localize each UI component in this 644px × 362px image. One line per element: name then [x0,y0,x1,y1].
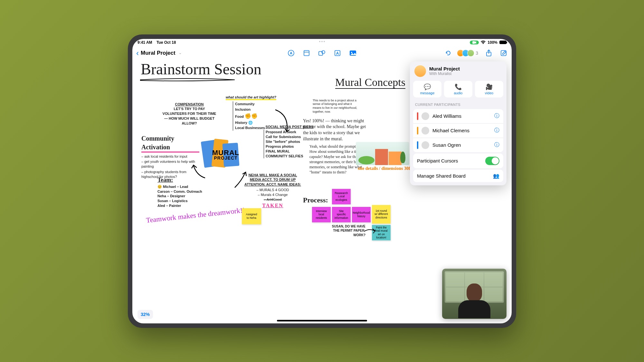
color-indicator [417,141,418,149]
info-icon[interactable]: ⓘ [494,142,499,148]
sticky-round1[interactable]: 1st round w/ different directions [372,205,391,224]
toolbar-right: 3 [444,49,508,57]
manage-row-container: Manage Shared Board 👥 [413,170,503,182]
participants-list: Aled Williams ⓘ Michael Clemens ⓘ Susan … [413,109,503,152]
sticky-neighborhood[interactable]: Neighborhood history [352,207,371,222]
phone-icon: 📞 [445,83,471,90]
popover-title: Mural Project [429,66,460,71]
svg-point-6 [322,51,325,54]
facetime-pill[interactable] [470,41,479,44]
site-sketch-image [356,142,409,165]
avatar-count: 3 [476,51,478,56]
sticky-assigned[interactable]: Assigned to Neha [242,208,261,224]
yes-note: Yes! 100%! — thinking we might partner w… [303,118,367,143]
compensation-note: COMPENSATION LET'S TRY TO PAY VOLUNTEERS… [161,102,217,126]
toolbar: ‹ Mural Project ⌄ A A 3 [132,46,512,60]
arrow-icon [363,226,376,236]
sticky-sitespecific[interactable]: Site specific information [332,207,351,222]
team-note: Team: 😊 Michael – Lead Carson – Comm. Ou… [157,176,219,209]
message-button[interactable]: 💬message [413,81,441,97]
participant-cursors-row[interactable]: Participant Cursors [413,153,503,168]
media-tool-icon[interactable] [349,49,357,57]
color-indicator [417,112,418,120]
wifi-icon [481,41,486,44]
cursors-toggle-row: Participant Cursors [413,153,503,168]
shape-tool-icon[interactable] [318,49,326,57]
arrow-icon [190,163,208,181]
toolbar-tools: A A [287,49,357,57]
message-icon: 💬 [414,83,440,90]
svg-rect-12 [501,51,506,56]
sticky-research[interactable]: Reasearch Local ecologies [332,189,351,204]
svg-rect-0 [472,41,475,44]
text-tool-icon[interactable]: A [333,49,342,57]
title-chevron-icon[interactable]: ⌄ [179,51,182,55]
svg-text:A: A [290,51,292,55]
zoom-indicator[interactable]: 32% [137,310,153,319]
sticky-interview[interactable]: Interview local residents [312,207,331,222]
status-left: 9:41 AM Tue Oct 18 [137,40,470,45]
video-icon: 🎥 [476,83,502,90]
battery-icon [499,41,507,44]
toolbar-left: ‹ Mural Project ⌄ [136,49,182,58]
info-icon[interactable]: ⓘ [494,127,499,134]
status-date: Tue Oct 18 [156,40,176,45]
participant-row[interactable]: Aled Williams ⓘ [413,109,503,124]
cursors-toggle[interactable] [485,157,499,165]
avatar-icon [421,112,429,120]
group-avatar-icon [414,65,426,77]
back-button[interactable]: ‹ [136,49,139,58]
neha-note: NEHA WILL MAKE A SOCIAL MEDIA ACCT. TO D… [244,173,302,209]
facetime-pip[interactable] [442,269,507,319]
participant-row[interactable]: Susan Ogren ⓘ [413,138,503,152]
arrow-icon [232,171,248,190]
video-button[interactable]: 🎥video [475,81,503,97]
process-label: Process: [303,195,328,205]
participant-row[interactable]: Michael Clemens ⓘ [413,124,503,138]
multitask-indicator[interactable] [319,41,325,42]
status-right: 100% [470,40,507,45]
avatar-icon [421,141,429,149]
battery-pct: 100% [488,40,497,45]
svg-point-10 [351,52,352,53]
svg-rect-3 [304,51,309,56]
color-indicator [417,127,418,135]
collaborators-button[interactable]: 3 [459,50,478,57]
collaborate-icon: 👥 [493,173,499,179]
popover-subtitle: With Muralist [429,71,460,76]
compose-icon[interactable] [499,49,508,57]
popover-header: Mural Project With Muralist [410,61,507,81]
pip-person [457,283,492,319]
avatar-icon [467,50,474,57]
status-time: 9:41 AM [137,40,152,45]
screen: 9:41 AM Tue Oct 18 100% ‹ Mural Project … [132,39,512,323]
participants-label: CURRENT PARTICIPANTS [410,101,507,108]
popover-actions: 💬message 📞audio 🎥video [410,81,507,101]
audio-button[interactable]: 📞audio [444,81,472,97]
sticky-tool-icon[interactable] [302,49,311,57]
ipad-frame: 9:41 AM Tue Oct 18 100% ‹ Mural Project … [128,34,516,328]
arrow-icon [273,108,292,134]
susan-note: SUSAN, DO WE HAVE THE PERMIT PAPER-WORK? [330,224,365,237]
board-title[interactable]: Mural Project [141,50,175,56]
avatar-icon [421,127,429,135]
info-icon[interactable]: ⓘ [494,113,499,119]
teamwork-scribble: Teamwork makes the dreamwork!! [146,206,245,224]
typed-note: This needs to be a project about a sense… [313,99,361,114]
canvas-title: Brainstorm Session [141,60,261,78]
pen-tool-icon[interactable]: A [287,49,295,57]
concepts-title: Mural Concepts [335,76,405,88]
svg-text:A: A [336,51,339,56]
home-indicator[interactable] [277,320,367,321]
share-icon[interactable] [485,49,493,57]
undo-icon[interactable] [444,49,452,57]
status-bar: 9:41 AM Tue Oct 18 100% [132,39,512,46]
manage-shared-board[interactable]: Manage Shared Board 👥 [413,170,503,182]
share-popover: Mural Project With Muralist 💬message 📞au… [410,61,507,185]
